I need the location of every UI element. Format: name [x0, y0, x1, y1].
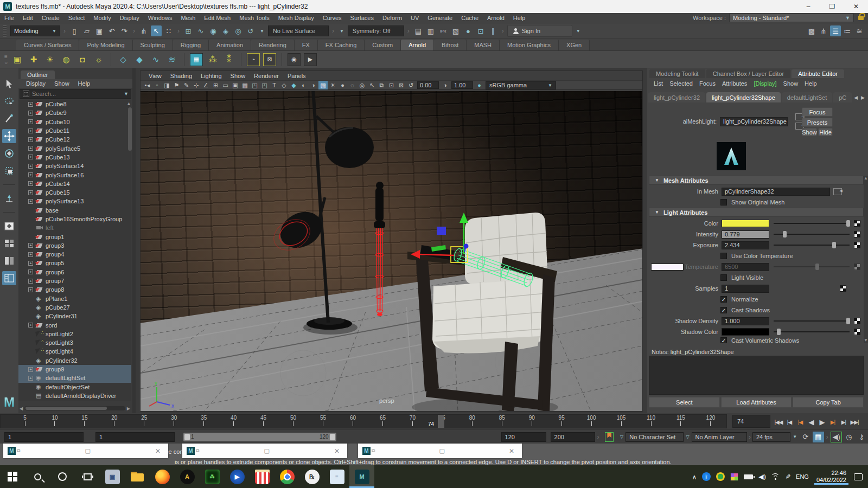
shadow-density-slider[interactable]: [774, 317, 850, 325]
shelf-tab[interactable]: Custom: [365, 40, 401, 50]
tx-manager-icon[interactable]: ▦: [190, 53, 203, 66]
snap-grid-icon[interactable]: ⊞: [183, 25, 194, 36]
soft-modification-tool-icon[interactable]: [2, 191, 16, 206]
expand-icon[interactable]: +: [28, 129, 33, 133]
xray-icon[interactable]: ⧉: [377, 81, 386, 89]
menu-item[interactable]: Modify: [89, 13, 115, 23]
normalize-checkbox[interactable]: [720, 296, 727, 303]
chevron-down-icon[interactable]: ▼: [576, 29, 580, 34]
cast-shadows-checkbox[interactable]: [720, 307, 727, 313]
go-to-start-button[interactable]: |◀◀: [774, 417, 783, 428]
wireframe-on-shaded-icon[interactable]: ◐: [299, 81, 308, 89]
outliner-item[interactable]: + group3: [18, 241, 131, 250]
paint-select-tool-icon[interactable]: [2, 112, 16, 126]
shadows-icon[interactable]: ●: [338, 81, 347, 89]
floating-window-strip[interactable]: M⧉ ▢ ✕: [182, 444, 347, 458]
play-forwards-button[interactable]: ▶: [817, 417, 827, 428]
textured-icon[interactable]: ▧: [318, 81, 328, 89]
bookmark-icon[interactable]: [605, 432, 614, 442]
menu-item[interactable]: Deform: [378, 13, 406, 23]
viewport-menu-item[interactable]: Shading: [167, 73, 196, 79]
notification-center-icon[interactable]: [854, 473, 863, 480]
minimize-button[interactable]: –: [796, 0, 820, 13]
outliner-item[interactable]: + group7: [18, 277, 131, 285]
playblast-icon[interactable]: ▦: [813, 432, 824, 442]
outliner-item[interactable]: + pCube14: [18, 179, 131, 188]
current-frame-field[interactable]: 74: [732, 415, 770, 428]
expand-icon[interactable]: +: [28, 367, 33, 372]
menu-item[interactable]: Surfaces: [346, 13, 378, 23]
light-visible-checkbox[interactable]: [720, 274, 727, 281]
show-original-mesh-checkbox[interactable]: [720, 199, 727, 206]
mesh-attributes-header[interactable]: ▼ Mesh Attributes: [649, 176, 864, 185]
node-tab[interactable]: defaultLightSet: [782, 92, 832, 102]
tab-scroll-right-icon[interactable]: ▶: [861, 95, 865, 100]
menu-item[interactable]: Arnold: [483, 13, 509, 23]
resolution-gate-icon[interactable]: ▣: [231, 81, 240, 89]
sidebar-tab[interactable]: Channel Box / Layer Editor: [706, 69, 790, 78]
scroll-up-icon[interactable]: ▲: [126, 101, 131, 106]
area-light-icon[interactable]: ▣: [11, 53, 24, 66]
outliner-item[interactable]: + group4: [18, 250, 131, 259]
viewport-menu-item[interactable]: Lighting: [197, 73, 226, 79]
shelf-tab[interactable]: Poly Modeling: [79, 40, 132, 50]
outliner-menu-item[interactable]: Display: [23, 79, 49, 88]
shelf-tab[interactable]: Animation: [209, 40, 251, 50]
menu-item[interactable]: Mesh: [176, 13, 200, 23]
outliner-item[interactable]: + pCube16SmoothProxyGroup: [18, 215, 131, 223]
attribute-editor-toggle-icon[interactable]: ≔: [842, 25, 853, 36]
grip-handle[interactable]: [3, 25, 7, 37]
attribute-editor-menu-item[interactable]: Help: [801, 79, 820, 88]
footer-button[interactable]: Select: [649, 397, 720, 408]
current-frame-marker[interactable]: [438, 415, 444, 428]
go-to-end-button[interactable]: ▶▶|: [850, 417, 859, 428]
loop-playback-icon[interactable]: ⟳: [800, 432, 811, 442]
break-light-links-icon[interactable]: ⁑: [222, 53, 235, 66]
notes-area[interactable]: [649, 356, 864, 395]
make-live-icon[interactable]: ↺: [245, 25, 256, 36]
attribute-editor-menu-item[interactable]: Selected: [666, 79, 696, 88]
footer-button[interactable]: Copy Tab: [793, 397, 864, 408]
snap-view-plane-icon[interactable]: ◎: [233, 25, 244, 36]
attribute-editor-scrollbar[interactable]: ▲▼: [864, 176, 868, 343]
film-gate-icon[interactable]: ▭: [221, 81, 230, 89]
open-scene-icon[interactable]: ▱: [81, 25, 92, 36]
point-light-icon[interactable]: ✚: [27, 53, 40, 66]
color-space-select[interactable]: sRGB gamma▼: [486, 81, 556, 89]
playback-start-field[interactable]: 1: [95, 432, 175, 442]
outliner-item[interactable]: + polySurface14: [18, 162, 131, 170]
cast-volumetric-shadows-checkbox[interactable]: [720, 337, 727, 343]
outliner-list[interactable]: + pCube8 + pCube9 + pCube10 +: [18, 100, 131, 401]
image-plane-icon[interactable]: ✎: [182, 81, 191, 89]
snap-curve-icon[interactable]: ∿: [195, 25, 206, 36]
render-view-icon[interactable]: ▤: [413, 25, 424, 36]
connection-icon[interactable]: [833, 188, 842, 195]
tool-settings-toggle-icon[interactable]: ≋: [854, 25, 865, 36]
taskbar-file-explorer-icon[interactable]: [125, 465, 150, 488]
outliner-item[interactable]: + pCube11: [18, 126, 131, 135]
photometric-light-icon[interactable]: ☀: [43, 53, 56, 66]
outliner-item[interactable]: + polySurface16: [18, 170, 131, 179]
use-color-temperature-checkbox[interactable]: [720, 253, 727, 259]
range-end-handle[interactable]: [330, 434, 335, 440]
curve-collector-icon[interactable]: ∿: [149, 53, 162, 66]
restore-window-icon[interactable]: ▢: [85, 447, 90, 454]
expand-icon[interactable]: +: [28, 119, 33, 124]
grid-toggle-icon[interactable]: ⊞: [211, 81, 220, 89]
shelf-tab[interactable]: Arnold: [401, 40, 434, 50]
chevron-down-icon[interactable]: ▽: [686, 434, 689, 439]
shelf-tab[interactable]: Bifrost: [434, 40, 467, 50]
exposure-field[interactable]: 2.434: [722, 241, 769, 249]
outliner-item[interactable]: + polySurface5: [18, 144, 131, 152]
samples-field[interactable]: 1: [722, 285, 769, 293]
shelf-tab[interactable]: XGen: [559, 40, 590, 50]
physical-sky-icon[interactable]: ☼: [92, 53, 105, 66]
lock-icon[interactable]: [858, 16, 864, 20]
tray-app-icon[interactable]: [730, 473, 738, 481]
map-button[interactable]: [854, 329, 860, 335]
close-button[interactable]: ✕: [844, 0, 868, 13]
standin-export-icon[interactable]: ◆: [133, 53, 146, 66]
render-settings-icon[interactable]: ▧: [450, 25, 461, 36]
expand-icon[interactable]: +: [28, 102, 33, 107]
animation-end-field[interactable]: 200: [551, 432, 596, 442]
